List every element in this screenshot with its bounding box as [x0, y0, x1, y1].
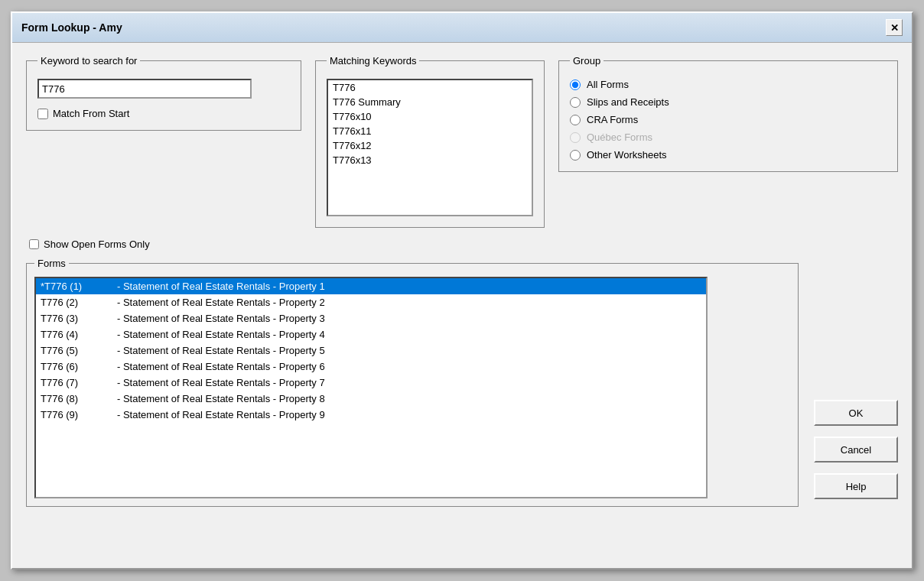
table-row[interactable]: T776 (6) - Statement of Real Estate Rent…: [36, 359, 706, 375]
table-row[interactable]: *T776 (1) - Statement of Real Estate Ren…: [36, 278, 706, 294]
form-id: T776 (8): [41, 393, 117, 404]
radio-row-other: Other Worksheets: [570, 149, 887, 161]
keyword-legend: Keyword to search for: [37, 55, 140, 67]
matching-listbox[interactable]: T776 T776 Summary T776x10 T776x11 T776x1…: [327, 79, 533, 216]
table-row[interactable]: T776 (2) - Statement of Real Estate Rent…: [36, 294, 706, 310]
form-id: *T776 (1): [41, 281, 117, 292]
form-id: T776 (7): [41, 377, 117, 388]
show-open-forms-checkbox[interactable]: [29, 239, 39, 249]
forms-legend: Forms: [34, 258, 69, 269]
radio-cra-label: CRA Forms: [587, 114, 638, 125]
cancel-button[interactable]: Cancel: [814, 437, 898, 463]
list-item[interactable]: T776x13: [328, 153, 532, 167]
matching-keywords-section: Matching Keywords T776 T776 Summary T776…: [315, 55, 545, 228]
form-desc: - Statement of Real Estate Rentals - Pro…: [117, 361, 325, 372]
matching-legend: Matching Keywords: [327, 55, 419, 67]
show-open-forms-label: Show Open Forms Only: [44, 239, 150, 250]
table-row[interactable]: T776 (4) - Statement of Real Estate Rent…: [36, 326, 706, 342]
dialog: Form Lookup - Amy ✕ Keyword to search fo…: [11, 11, 913, 570]
radio-cra[interactable]: [570, 115, 581, 125]
form-id: T776 (4): [41, 329, 117, 340]
dialog-title: Form Lookup - Amy: [21, 21, 122, 34]
radio-group: All Forms Slips and Receipts CRA Forms Q…: [570, 79, 887, 161]
right-buttons: OK Cancel Help: [814, 400, 898, 507]
form-desc: - Statement of Real Estate Rentals - Pro…: [117, 281, 325, 292]
form-id: T776 (6): [41, 361, 117, 372]
ok-button[interactable]: OK: [814, 400, 898, 426]
radio-all-forms-label: All Forms: [587, 79, 629, 90]
group-section: Group All Forms Slips and Receipts CRA F…: [558, 55, 898, 172]
top-row: Keyword to search for Match From Start M…: [26, 55, 898, 228]
form-desc: - Statement of Real Estate Rentals - Pro…: [117, 393, 325, 404]
radio-row-all-forms: All Forms: [570, 79, 887, 90]
keyword-input[interactable]: [37, 79, 252, 99]
form-desc: - Statement of Real Estate Rentals - Pro…: [117, 313, 325, 324]
form-id: T776 (5): [41, 345, 117, 356]
radio-row-cra: CRA Forms: [570, 114, 887, 125]
title-bar: Form Lookup - Amy ✕: [12, 13, 912, 43]
list-item[interactable]: T776x11: [328, 124, 532, 138]
radio-other-label: Other Worksheets: [587, 149, 667, 161]
list-item[interactable]: T776: [328, 80, 532, 95]
form-desc: - Statement of Real Estate Rentals - Pro…: [117, 329, 325, 340]
table-row[interactable]: T776 (7) - Statement of Real Estate Rent…: [36, 375, 706, 391]
radio-row-slips: Slips and Receipts: [570, 96, 887, 108]
form-desc: - Statement of Real Estate Rentals - Pro…: [117, 297, 325, 308]
table-row[interactable]: T776 (8) - Statement of Real Estate Rent…: [36, 391, 706, 407]
radio-slips[interactable]: [570, 97, 581, 108]
forms-area: Forms *T776 (1) - Statement of Real Esta…: [26, 258, 799, 507]
form-id: T776 (2): [41, 297, 117, 308]
radio-quebec: [570, 132, 581, 143]
show-open-forms-row: Show Open Forms Only: [26, 239, 898, 250]
help-button[interactable]: Help: [814, 473, 898, 499]
table-row[interactable]: T776 (5) - Statement of Real Estate Rent…: [36, 342, 706, 359]
radio-all-forms[interactable]: [570, 80, 581, 90]
table-row[interactable]: T776 (3) - Statement of Real Estate Rent…: [36, 310, 706, 326]
form-id: T776 (3): [41, 313, 117, 324]
radio-quebec-label: Québec Forms: [587, 131, 652, 143]
form-desc: - Statement of Real Estate Rentals - Pro…: [117, 409, 325, 420]
forms-section: Forms *T776 (1) - Statement of Real Esta…: [26, 258, 799, 507]
match-from-start-checkbox[interactable]: [37, 109, 48, 119]
list-item[interactable]: T776x12: [328, 138, 532, 153]
group-legend: Group: [570, 55, 604, 67]
list-item[interactable]: T776x10: [328, 109, 532, 124]
forms-listbox[interactable]: *T776 (1) - Statement of Real Estate Ren…: [34, 277, 708, 498]
dialog-body: Keyword to search for Match From Start M…: [12, 43, 912, 519]
form-desc: - Statement of Real Estate Rentals - Pro…: [117, 345, 325, 356]
bottom-layout: Forms *T776 (1) - Statement of Real Esta…: [26, 258, 898, 507]
radio-other[interactable]: [570, 150, 581, 161]
list-item[interactable]: T776 Summary: [328, 95, 532, 109]
form-id: T776 (9): [41, 409, 117, 420]
match-from-start-label: Match From Start: [53, 108, 129, 119]
close-button[interactable]: ✕: [886, 19, 903, 36]
radio-row-quebec: Québec Forms: [570, 131, 887, 143]
keyword-section: Keyword to search for Match From Start: [26, 55, 301, 131]
match-from-start-row: Match From Start: [37, 108, 290, 119]
radio-slips-label: Slips and Receipts: [587, 96, 669, 108]
table-row[interactable]: T776 (9) - Statement of Real Estate Rent…: [36, 407, 706, 423]
form-desc: - Statement of Real Estate Rentals - Pro…: [117, 377, 325, 388]
